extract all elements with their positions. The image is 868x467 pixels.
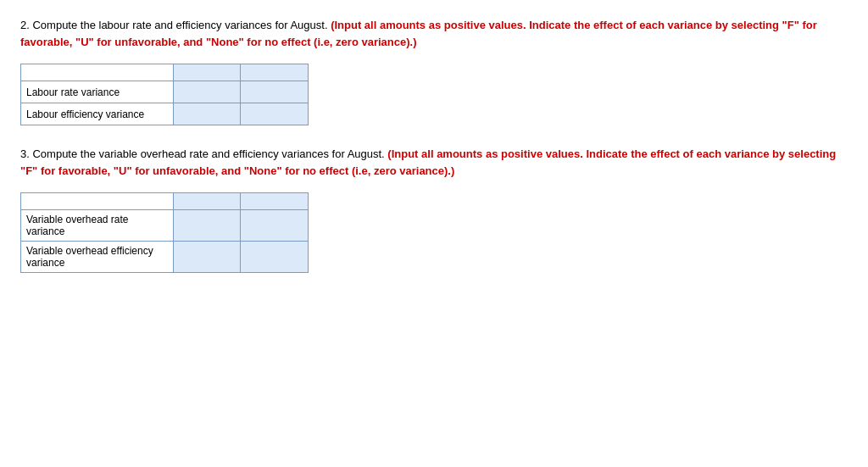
variable-overhead-efficiency-variance-effect-input[interactable] — [246, 245, 303, 269]
section-2-header-value — [173, 64, 241, 81]
section-2-table: Labour rate variance Labour efficiency v… — [20, 64, 309, 125]
labour-efficiency-variance-effect-cell[interactable] — [241, 103, 309, 125]
labour-rate-variance-input[interactable] — [179, 85, 236, 99]
section-2-header-effect — [241, 64, 309, 81]
variable-overhead-efficiency-variance-label: Variable overhead efficiency variance — [21, 242, 174, 273]
section-2-header-row — [21, 64, 309, 81]
variable-overhead-rate-variance-label: Variable overhead rate variance — [21, 210, 174, 242]
question-3-normal: 3. Compute the variable overhead rate an… — [20, 147, 387, 160]
variable-overhead-rate-variance-input[interactable] — [179, 214, 236, 237]
variable-overhead-rate-variance-value-cell[interactable] — [173, 210, 241, 242]
section-2-table-wrapper: Labour rate variance Labour efficiency v… — [20, 64, 848, 125]
section-3-header-row — [21, 193, 309, 210]
section-2: 2. Compute the labour rate and efficienc… — [20, 17, 848, 125]
section-3-header-effect — [241, 193, 309, 210]
table-row: Labour efficiency variance — [21, 103, 309, 125]
labour-efficiency-variance-effect-input[interactable] — [246, 107, 303, 121]
labour-rate-variance-label: Labour rate variance — [21, 81, 174, 103]
section-3-table: Variable overhead rate variance Variable… — [20, 192, 309, 273]
variable-overhead-rate-variance-effect-input[interactable] — [246, 214, 303, 237]
section-3: 3. Compute the variable overhead rate an… — [20, 146, 848, 273]
labour-rate-variance-value-cell[interactable] — [173, 81, 241, 103]
labour-rate-variance-effect-input[interactable] — [246, 85, 303, 99]
section-3-table-wrapper: Variable overhead rate variance Variable… — [20, 192, 848, 273]
labour-efficiency-variance-value-cell[interactable] — [173, 103, 241, 125]
table-row: Variable overhead efficiency variance — [21, 242, 309, 273]
table-row: Labour rate variance — [21, 81, 309, 103]
variable-overhead-efficiency-variance-value-cell[interactable] — [173, 242, 241, 273]
question-2-text: 2. Compute the labour rate and efficienc… — [20, 17, 848, 50]
question-3-text: 3. Compute the variable overhead rate an… — [20, 146, 848, 179]
question-2-normal: 2. Compute the labour rate and efficienc… — [20, 19, 331, 31]
labour-efficiency-variance-label: Labour efficiency variance — [21, 103, 174, 125]
table-row: Variable overhead rate variance — [21, 210, 309, 242]
labour-efficiency-variance-input[interactable] — [179, 107, 236, 121]
section-3-header-label — [21, 193, 174, 210]
variable-overhead-rate-variance-effect-cell[interactable] — [241, 210, 309, 242]
section-2-header-label — [21, 64, 174, 81]
variable-overhead-efficiency-variance-input[interactable] — [179, 245, 236, 269]
section-3-header-value — [173, 193, 241, 210]
variable-overhead-efficiency-variance-effect-cell[interactable] — [241, 242, 309, 273]
labour-rate-variance-effect-cell[interactable] — [241, 81, 309, 103]
